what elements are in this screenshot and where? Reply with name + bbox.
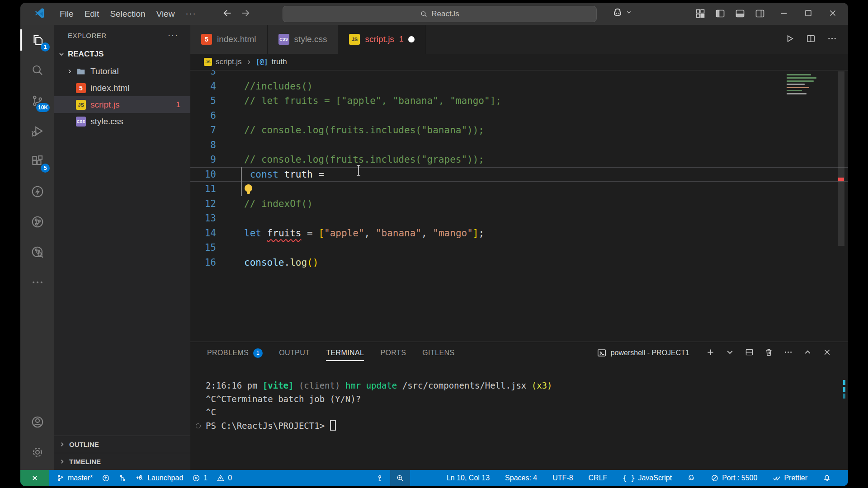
menu-selection[interactable]: Selection	[104, 7, 151, 21]
eol-sequence[interactable]: CRLF	[587, 470, 609, 486]
tree-item-style-css[interactable]: CSSstyle.css	[54, 113, 190, 130]
breadcrumb-symbol[interactable]: truth	[272, 57, 287, 66]
activity-files-icon[interactable]: 1	[20, 25, 54, 55]
more-icon[interactable]	[783, 347, 793, 359]
editor-tab-bar: 5index.htmlCSSstyle.cssJSscript.js1	[190, 25, 848, 54]
copilot-status[interactable]	[685, 470, 697, 486]
close-icon[interactable]	[828, 8, 838, 20]
encoding[interactable]: UTF-8	[551, 470, 575, 486]
layout-grid-icon[interactable]	[695, 8, 706, 21]
split-panel-icon[interactable]	[745, 347, 754, 359]
commit-graph[interactable]	[117, 470, 129, 486]
split-editor-icon[interactable]	[806, 33, 816, 46]
screencast-indicator[interactable]	[374, 470, 386, 486]
panel-tab-problems[interactable]: PROBLEMS1	[207, 342, 263, 364]
activity-thunder-client-icon[interactable]	[20, 176, 54, 206]
code-line-5: 5// let fruits = ["apple", "banana", "ma…	[190, 94, 848, 108]
prettier-formatter[interactable]: Prettier	[771, 470, 809, 486]
publish-changes[interactable]	[100, 470, 112, 486]
breadcrumb[interactable]: JS script.js [@] truth	[190, 54, 848, 70]
maximize-icon[interactable]	[803, 8, 813, 20]
copilot-menu-button[interactable]	[612, 7, 632, 19]
activity-settings-gear-icon[interactable]	[20, 437, 54, 467]
menu-edit[interactable]: Edit	[79, 7, 105, 21]
code-token: =	[301, 228, 318, 239]
run-icon[interactable]	[784, 33, 795, 46]
sidebar-left-icon[interactable]	[715, 8, 726, 21]
sidebar-right-icon[interactable]	[755, 8, 765, 21]
activity-more-icon[interactable]	[20, 267, 54, 297]
line-number: 9	[190, 154, 236, 165]
cursor-position[interactable]: Ln 10, Col 13	[445, 470, 491, 486]
menu-file[interactable]: File	[54, 7, 79, 21]
code-action-lightbulb-icon[interactable]	[244, 184, 253, 194]
chevron-up-icon[interactable]	[803, 347, 812, 359]
code-line-4: 4//includes()	[190, 79, 848, 94]
bottom-panel: PROBLEMS1OUTPUTTERMINALPORTSGITLENS powe…	[190, 342, 848, 470]
trash-icon[interactable]	[764, 347, 774, 359]
gitlens-launchpad[interactable]: Launchpad	[134, 470, 185, 486]
activity-account-icon[interactable]	[20, 407, 54, 437]
go-forward-button[interactable]	[241, 8, 250, 20]
close-icon[interactable]	[822, 347, 832, 359]
tree-root-reactjs[interactable]: REACTJS	[54, 46, 190, 63]
zoom-indicator[interactable]	[390, 470, 410, 486]
panel-tab-gitlens[interactable]: GITLENS	[422, 342, 454, 364]
tree-item-script-js[interactable]: JSscript.js1	[54, 96, 190, 113]
editor-scrollbar[interactable]	[838, 71, 844, 246]
warnings-count[interactable]: 0	[215, 470, 234, 486]
terminal-shell-selector[interactable]: powershell - PROJECT1	[597, 348, 689, 358]
file-label: index.html	[90, 83, 130, 93]
editor-actions	[784, 25, 837, 54]
activity-gitlens-icon[interactable]	[20, 206, 54, 237]
tab-script-js[interactable]: JSscript.js1	[338, 25, 426, 54]
command-decoration-icon[interactable]	[196, 423, 201, 428]
errors-count[interactable]: 1	[190, 470, 209, 486]
live-server-port[interactable]: Port : 5500	[709, 470, 759, 486]
panel-bottom-icon[interactable]	[735, 8, 745, 21]
explorer-more-actions-icon[interactable]: ···	[168, 31, 179, 40]
activity-run-debug-icon[interactable]	[20, 116, 54, 146]
tree-item-tutorial[interactable]: Tutorial	[54, 63, 190, 80]
section-outline[interactable]: OUTLINE	[54, 436, 190, 453]
code-token	[261, 228, 267, 239]
activity-gitlens-search-icon[interactable]	[20, 237, 54, 267]
panel-tab-terminal[interactable]: TERMINAL	[326, 342, 364, 364]
tab-index-html[interactable]: 5index.html	[190, 25, 268, 54]
desktop-background: FileEditSelectionView··· ReactJs	[0, 0, 868, 488]
tree-item-index-html[interactable]: 5index.html	[54, 80, 190, 96]
minimize-icon[interactable]	[779, 8, 789, 20]
command-center-search[interactable]: ReactJs	[283, 6, 597, 22]
git-branch-status[interactable]: master*	[55, 470, 94, 486]
more-actions-icon[interactable]	[827, 33, 837, 46]
terminal-token: (client)	[299, 380, 345, 390]
activity-search-icon[interactable]	[20, 55, 54, 85]
activity-source-control-icon[interactable]: 10K	[20, 85, 54, 116]
menu-more-icon[interactable]: ···	[180, 7, 202, 21]
go-back-button[interactable]	[222, 8, 232, 20]
terminal-output[interactable]: 2:16:16 pm [vite] (client) hmr update /s…	[190, 364, 839, 470]
menu-view[interactable]: View	[151, 7, 180, 21]
chevron-down-icon	[58, 51, 65, 58]
modified-dot-icon[interactable]	[408, 36, 415, 42]
terminal-line: PS C:\ReactJs\PROJECT1>	[206, 419, 839, 433]
file-label: script.js	[90, 100, 119, 110]
chevron-down-icon[interactable]	[725, 347, 735, 359]
activity-extensions-icon[interactable]: 5	[20, 146, 54, 176]
line-content: // indexOf()	[236, 198, 313, 209]
plus-icon[interactable]	[706, 347, 715, 359]
breadcrumb-file[interactable]: script.js	[216, 57, 242, 66]
error-overview-mark	[838, 178, 844, 181]
code-editor[interactable]: 34//includes()5// let fruits = ["apple",…	[190, 70, 848, 342]
html-file-icon: 5	[76, 83, 86, 93]
panel-tab-output[interactable]: OUTPUT	[279, 342, 310, 364]
status-label: master*	[68, 474, 93, 482]
minimap[interactable]	[786, 73, 820, 97]
language-mode[interactable]: { }JavaScript	[621, 470, 674, 486]
panel-tab-ports[interactable]: PORTS	[380, 342, 406, 364]
tab-style-css[interactable]: CSSstyle.css	[268, 25, 339, 54]
remote-indicator[interactable]	[20, 470, 49, 486]
indentation[interactable]: Spaces: 4	[503, 470, 539, 486]
notifications-bell[interactable]	[821, 470, 833, 486]
section-timeline[interactable]: TIMELINE	[54, 453, 190, 470]
